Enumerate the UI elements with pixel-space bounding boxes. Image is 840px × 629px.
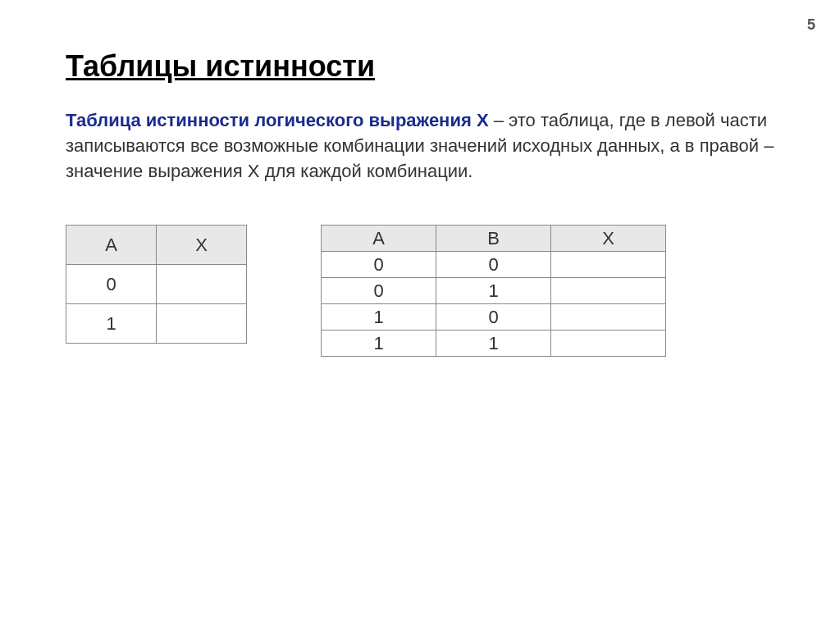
table-header-cell: A xyxy=(66,226,157,265)
table-cell: 1 xyxy=(436,330,551,357)
table-cell xyxy=(157,265,247,304)
table-cell: 0 xyxy=(322,252,436,278)
table-row: 1 1 xyxy=(322,330,666,357)
table-header-cell: B xyxy=(436,226,551,252)
table-cell xyxy=(551,304,666,330)
table-cell: 1 xyxy=(66,304,157,344)
table-row: 0 1 xyxy=(322,278,666,304)
table-header-row: A B X xyxy=(322,226,666,252)
table-cell xyxy=(551,330,666,357)
table-cell xyxy=(157,304,247,344)
table-cell: 1 xyxy=(322,330,436,357)
table-cell xyxy=(551,252,666,278)
table-header-cell: A xyxy=(322,226,436,252)
truth-table-1: A X 0 1 xyxy=(66,225,247,344)
slide-content: Таблицы истинности Таблица истинности ло… xyxy=(0,0,840,357)
table-cell: 1 xyxy=(322,304,436,330)
table-header-cell: X xyxy=(551,226,666,252)
table-cell: 0 xyxy=(436,304,551,330)
table-row: 1 xyxy=(66,304,247,344)
table-row: 0 xyxy=(66,265,247,304)
table-header-row: A X xyxy=(66,226,247,265)
slide-description: Таблица истинности логического выражения… xyxy=(66,108,774,184)
table-row: 0 0 xyxy=(322,252,666,278)
table-cell: 0 xyxy=(322,278,436,304)
slide-title: Таблицы истинности xyxy=(66,49,774,84)
tables-container: A X 0 1 A B X xyxy=(66,225,774,357)
table-cell: 0 xyxy=(66,265,157,304)
table-cell: 0 xyxy=(436,252,551,278)
table-row: 1 0 xyxy=(322,304,666,330)
table-cell: 1 xyxy=(436,278,551,304)
table-cell xyxy=(551,278,666,304)
description-highlight: Таблица истинности логического выражения… xyxy=(66,110,489,130)
page-number: 5 xyxy=(807,16,815,34)
table-header-cell: X xyxy=(157,226,247,265)
truth-table-2: A B X 0 0 0 1 1 0 xyxy=(321,225,666,357)
